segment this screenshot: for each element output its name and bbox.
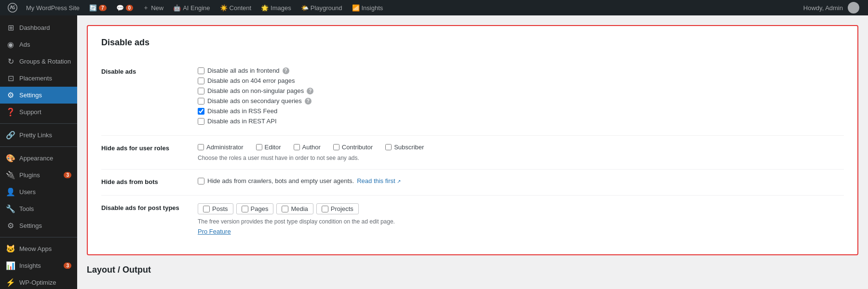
sidebar-item-ads[interactable]: ◉ Ads (0, 36, 77, 53)
pt-pages-checkbox[interactable] (242, 206, 248, 212)
sidebar-item-settings[interactable]: ⚙ Settings (0, 87, 77, 104)
new-item[interactable]: ＋ New (138, 0, 168, 15)
playground-item[interactable]: 🌤️ Playground (296, 0, 347, 15)
sidebar-item-users[interactable]: 👤 Users (0, 184, 77, 200)
settings2-icon: ⚙ (6, 221, 15, 230)
checkbox-row-404: Disable ads on 404 error pages (198, 77, 844, 84)
checkbox-non-singular[interactable] (198, 88, 204, 94)
checkbox-rest[interactable] (198, 118, 204, 125)
role-admin-checkbox[interactable] (198, 144, 204, 150)
checkbox-row-rest: Disable ads in REST API (198, 118, 844, 125)
dashboard-icon: ⊞ (6, 23, 15, 32)
checkbox-rss[interactable] (198, 108, 204, 115)
sidebar-item-dashboard[interactable]: ⊞ Dashboard (0, 19, 77, 36)
role-contributor-checkbox[interactable] (333, 144, 339, 150)
ads-icon: ◉ (6, 40, 15, 49)
comments-count: 0 (126, 5, 134, 11)
insights-item[interactable]: 📶 Insights (347, 0, 388, 15)
insights-label: Insights (362, 4, 383, 12)
insights-icon: 📶 (352, 4, 360, 12)
site-name[interactable]: My WordPress Site (21, 0, 84, 15)
sidebar-item-groups-rotation[interactable]: ↻ Groups & Rotation (0, 53, 77, 70)
pro-feature-link[interactable]: Pro Feature (198, 228, 231, 235)
post-type-posts[interactable]: Posts (198, 203, 233, 214)
role-author-checkbox[interactable] (294, 144, 300, 150)
sidebar-item-label: Ads (19, 41, 30, 48)
comments-icon: 💬 (116, 4, 124, 12)
post-type-projects[interactable]: Projects (316, 203, 359, 214)
hide-bots-row: Hide ads from bots Hide ads from crawler… (101, 170, 844, 196)
sidebar-item-plugins[interactable]: 🔌 Plugins 3 (0, 167, 77, 184)
images-icon: 🌟 (261, 4, 269, 12)
appearance-icon: 🎨 (6, 154, 15, 163)
disable-ads-section: Disable ads Disable ads Disable all ads … (87, 25, 858, 255)
post-type-pages[interactable]: Pages (236, 203, 274, 214)
pt-media-checkbox[interactable] (282, 206, 288, 212)
sidebar-item-meow-apps[interactable]: 🐱 Meow Apps (0, 240, 77, 257)
insights-badge: 3 (64, 263, 71, 269)
sidebar-item-label: Settings (19, 222, 42, 229)
checkbox-bots[interactable] (198, 178, 204, 184)
role-editor-checkbox[interactable] (256, 144, 262, 150)
images-item[interactable]: 🌟 Images (256, 0, 296, 15)
comments-item[interactable]: 💬 0 (111, 0, 138, 15)
sidebar-item-tools[interactable]: 🔧 Tools (0, 200, 77, 217)
read-first-link[interactable]: Read this first ↗ (357, 177, 401, 184)
sidebar-item-insights[interactable]: 📊 Insights 3 (0, 257, 77, 274)
sidebar-item-appearance[interactable]: 🎨 Appearance (0, 150, 77, 167)
wp-logo[interactable] (4, 0, 21, 15)
disable-ads-title: Disable ads (101, 38, 844, 48)
role-contributor-label[interactable]: Contributor (342, 144, 373, 151)
role-subscriber-checkbox[interactable] (385, 144, 392, 150)
plugins-badge: 3 (64, 172, 71, 178)
sidebar-item-pretty-links[interactable]: 🔗 Pretty Links (0, 127, 77, 144)
role-subscriber-label[interactable]: Subscriber (394, 144, 424, 151)
tools-icon: 🔧 (6, 204, 15, 213)
pt-posts-checkbox[interactable] (203, 206, 210, 212)
sidebar-item-label: Users (19, 188, 36, 196)
role-editor-label[interactable]: Editor (265, 144, 281, 151)
checkbox-rest-label[interactable]: Disable ads in REST API (207, 118, 277, 125)
checkbox-frontend[interactable] (198, 67, 204, 74)
ai-engine-item[interactable]: 🤖 AI Engine (168, 0, 215, 15)
site-name-label: My WordPress Site (26, 4, 80, 12)
checkbox-404-label[interactable]: Disable ads on 404 error pages (207, 77, 295, 84)
checkbox-row-bots: Hide ads from crawlers, bots and empty u… (198, 177, 844, 184)
checkbox-row-frontend: Disable all ads in frontend ? (198, 67, 844, 74)
pt-pages-label[interactable]: Pages (251, 205, 269, 212)
post-type-media[interactable]: Media (276, 203, 313, 214)
pt-projects-label[interactable]: Projects (331, 205, 353, 212)
content-label: Content (230, 4, 252, 12)
pt-media-label[interactable]: Media (291, 205, 308, 212)
role-author: Author (294, 144, 321, 151)
checkbox-404[interactable] (198, 78, 204, 84)
checkbox-frontend-label[interactable]: Disable all ads in frontend (207, 67, 280, 74)
layout-output-title: Layout / Output (87, 265, 858, 275)
checkbox-non-singular-label[interactable]: Disable ads on non-singular pages (207, 87, 304, 94)
sidebar-item-placements[interactable]: ⊡ Placements (0, 70, 77, 87)
updates-icon: 🔄 (89, 4, 97, 12)
updates-item[interactable]: 🔄 7 (84, 0, 111, 15)
role-author-label[interactable]: Author (302, 144, 321, 151)
content-item[interactable]: ☀️ Content (215, 0, 257, 15)
sidebar-item-settings2[interactable]: ⚙ Settings (0, 217, 77, 234)
checkbox-secondary-label[interactable]: Disable ads on secondary queries (207, 97, 302, 105)
checkbox-bots-label[interactable]: Hide ads from crawlers, bots and empty u… (207, 177, 354, 184)
sidebar-item-support[interactable]: ❓ Support (0, 104, 77, 120)
post-types-label: Disable ads for post types (101, 203, 188, 211)
placements-icon: ⊡ (6, 74, 15, 83)
sidebar-item-wp-optimize[interactable]: ⚡ WP-Optimize (0, 274, 77, 289)
pretty-links-icon: 🔗 (6, 131, 15, 140)
avatar (848, 2, 859, 13)
pt-projects-checkbox[interactable] (322, 206, 328, 212)
checkbox-rss-label[interactable]: Disable ads in RSS Feed (207, 107, 277, 115)
howdy-item[interactable]: Howdy, Admin (799, 0, 864, 15)
pt-posts-label[interactable]: Posts (212, 205, 228, 212)
plugins-icon: 🔌 (6, 171, 15, 180)
role-admin-label[interactable]: Administrator (206, 144, 244, 151)
menu-separator-1 (0, 123, 77, 124)
insights-sidebar-icon: 📊 (6, 261, 15, 270)
sidebar-item-label: WP-Optimize (19, 279, 56, 286)
support-icon: ❓ (6, 107, 15, 117)
checkbox-secondary[interactable] (198, 98, 204, 105)
